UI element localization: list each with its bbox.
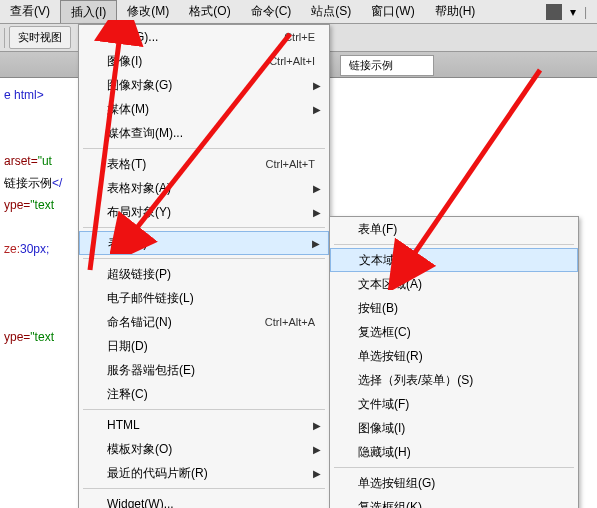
submenu-arrow-icon: ▶ <box>313 183 321 194</box>
insert-menu-item-8[interactable]: 布局对象(Y)▶ <box>79 200 329 224</box>
insert-menu-item-7[interactable]: 表格对象(A)▶ <box>79 176 329 200</box>
insert-menu-item-21[interactable]: 最近的代码片断(R)▶ <box>79 461 329 485</box>
menubar-view[interactable]: 查看(V) <box>0 0 60 23</box>
menu-item-label: 超级链接(P) <box>107 266 315 283</box>
menu-item-label: 复选框(C) <box>358 324 564 341</box>
menubar-modify[interactable]: 修改(M) <box>117 0 179 23</box>
menu-item-label: 按钮(B) <box>358 300 564 317</box>
menu-item-label: 表格对象(A) <box>107 180 315 197</box>
realtime-view-button[interactable]: 实时视图 <box>9 26 71 49</box>
separator-icon: | <box>584 5 587 19</box>
submenu-arrow-icon: ▶ <box>313 80 321 91</box>
form-submenu-item-4[interactable]: 按钮(B) <box>330 296 578 320</box>
menu-separator <box>334 467 574 468</box>
insert-menu-item-14[interactable]: 命名锚记(N)Ctrl+Alt+A <box>79 310 329 334</box>
insert-menu-item-12[interactable]: 超级链接(P) <box>79 262 329 286</box>
insert-menu-item-23[interactable]: Widget(W)... <box>79 492 329 508</box>
form-submenu-item-6[interactable]: 单选按钮(R) <box>330 344 578 368</box>
form-submenu-item-2[interactable]: 文本域(T) <box>330 248 578 272</box>
menu-separator <box>83 409 325 410</box>
menu-item-shortcut: Ctrl+Alt+A <box>265 316 315 328</box>
submenu-arrow-icon: ▶ <box>313 207 321 218</box>
menu-separator <box>83 258 325 259</box>
form-submenu-item-10[interactable]: 隐藏域(H) <box>330 440 578 464</box>
menu-item-label: 注释(C) <box>107 386 315 403</box>
insert-menu-item-4[interactable]: 媒体查询(M)... <box>79 121 329 145</box>
menubar-help[interactable]: 帮助(H) <box>425 0 486 23</box>
insert-menu-item-15[interactable]: 日期(D) <box>79 334 329 358</box>
form-submenu: 表单(F)文本域(T)文本区域(A)按钮(B)复选框(C)单选按钮(R)选择（列… <box>329 216 579 508</box>
form-submenu-item-12[interactable]: 单选按钮组(G) <box>330 471 578 495</box>
menu-item-label: 媒体(M) <box>107 101 315 118</box>
insert-menu-item-16[interactable]: 服务器端包括(E) <box>79 358 329 382</box>
chevron-down-icon[interactable]: ▾ <box>570 5 576 19</box>
menu-item-label: 单选按钮组(G) <box>358 475 564 492</box>
menu-item-label: 文本域(T) <box>359 252 563 269</box>
menu-item-label: 媒体查询(M)... <box>107 125 315 142</box>
insert-menu-item-10[interactable]: 表单(F)▶ <box>79 231 329 255</box>
toolbar-separator <box>4 28 5 48</box>
menu-item-label: 文件域(F) <box>358 396 564 413</box>
menu-item-shortcut: Ctrl+Alt+T <box>265 158 315 170</box>
menu-item-label: 文本区域(A) <box>358 276 564 293</box>
menubar: 查看(V) 插入(I) 修改(M) 格式(O) 命令(C) 站点(S) 窗口(W… <box>0 0 597 24</box>
insert-menu: 标签(G)...Ctrl+E图像(I)Ctrl+Alt+I图像对象(G)▶媒体(… <box>78 24 330 508</box>
menu-separator <box>83 488 325 489</box>
form-submenu-item-3[interactable]: 文本区域(A) <box>330 272 578 296</box>
menu-separator <box>83 227 325 228</box>
menubar-window[interactable]: 窗口(W) <box>361 0 424 23</box>
submenu-arrow-icon: ▶ <box>313 468 321 479</box>
insert-menu-item-0[interactable]: 标签(G)...Ctrl+E <box>79 25 329 49</box>
menu-separator <box>83 148 325 149</box>
insert-menu-item-19[interactable]: HTML▶ <box>79 413 329 437</box>
insert-menu-item-6[interactable]: 表格(T)Ctrl+Alt+T <box>79 152 329 176</box>
form-submenu-item-8[interactable]: 文件域(F) <box>330 392 578 416</box>
menu-item-shortcut: Ctrl+E <box>284 31 315 43</box>
menu-item-label: 图像域(I) <box>358 420 564 437</box>
menubar-command[interactable]: 命令(C) <box>241 0 302 23</box>
form-submenu-item-0[interactable]: 表单(F) <box>330 217 578 241</box>
menubar-insert[interactable]: 插入(I) <box>60 0 117 23</box>
insert-menu-item-20[interactable]: 模板对象(O)▶ <box>79 437 329 461</box>
form-submenu-item-9[interactable]: 图像域(I) <box>330 416 578 440</box>
menu-item-label: Widget(W)... <box>107 497 315 508</box>
submenu-arrow-icon: ▶ <box>312 238 320 249</box>
insert-menu-item-2[interactable]: 图像对象(G)▶ <box>79 73 329 97</box>
menu-separator <box>334 244 574 245</box>
menu-item-label: 电子邮件链接(L) <box>107 290 315 307</box>
layout-icon[interactable] <box>546 4 562 20</box>
menu-item-label: 图像对象(G) <box>107 77 315 94</box>
menu-item-label: 复选框组(K) <box>358 499 564 509</box>
menu-item-label: HTML <box>107 418 315 432</box>
document-title[interactable]: 链接示例 <box>340 55 434 76</box>
menu-item-label: 标签(G)... <box>107 29 274 46</box>
menu-item-label: 单选按钮(R) <box>358 348 564 365</box>
insert-menu-item-13[interactable]: 电子邮件链接(L) <box>79 286 329 310</box>
form-submenu-item-5[interactable]: 复选框(C) <box>330 320 578 344</box>
menu-item-label: 命名锚记(N) <box>107 314 255 331</box>
submenu-arrow-icon: ▶ <box>313 104 321 115</box>
form-submenu-item-13[interactable]: 复选框组(K) <box>330 495 578 508</box>
menu-item-label: 隐藏域(H) <box>358 444 564 461</box>
menu-item-label: 日期(D) <box>107 338 315 355</box>
menu-item-label: 模板对象(O) <box>107 441 315 458</box>
insert-menu-item-1[interactable]: 图像(I)Ctrl+Alt+I <box>79 49 329 73</box>
menu-item-label: 最近的代码片断(R) <box>107 465 315 482</box>
insert-menu-item-3[interactable]: 媒体(M)▶ <box>79 97 329 121</box>
menu-item-label: 表单(F) <box>108 235 314 252</box>
menubar-format[interactable]: 格式(O) <box>179 0 240 23</box>
menu-item-label: 布局对象(Y) <box>107 204 315 221</box>
insert-menu-item-17[interactable]: 注释(C) <box>79 382 329 406</box>
submenu-arrow-icon: ▶ <box>313 420 321 431</box>
menu-item-label: 图像(I) <box>107 53 259 70</box>
submenu-arrow-icon: ▶ <box>313 444 321 455</box>
menu-item-label: 服务器端包括(E) <box>107 362 315 379</box>
menu-item-label: 表格(T) <box>107 156 255 173</box>
form-submenu-item-7[interactable]: 选择（列表/菜单）(S) <box>330 368 578 392</box>
menu-item-shortcut: Ctrl+Alt+I <box>269 55 315 67</box>
menu-item-label: 选择（列表/菜单）(S) <box>358 372 564 389</box>
menubar-site[interactable]: 站点(S) <box>301 0 361 23</box>
menu-item-label: 表单(F) <box>358 221 564 238</box>
